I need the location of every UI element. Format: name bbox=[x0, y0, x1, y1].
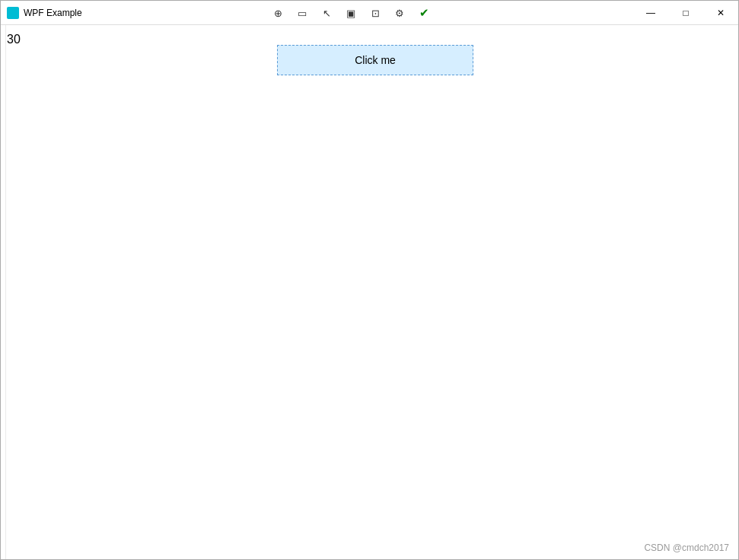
toolbar-btn-check[interactable]: ✔ bbox=[413, 2, 435, 24]
toolbar-btn-2[interactable]: ▭ bbox=[291, 2, 313, 24]
toolbar-btn-6[interactable]: ⚙ bbox=[389, 2, 410, 24]
main-window: WPF Example ⊕ ▭ ↖ ▣ ⊡ ⚙ ✔ — □ ✕ 30 Click… bbox=[0, 0, 739, 560]
click-me-button[interactable]: Click me bbox=[277, 45, 473, 75]
minimize-button[interactable]: — bbox=[633, 1, 668, 25]
window-controls: — □ ✕ bbox=[633, 1, 738, 25]
title-bar: WPF Example ⊕ ▭ ↖ ▣ ⊡ ⚙ ✔ — □ ✕ bbox=[1, 1, 738, 25]
window-icon bbox=[7, 7, 19, 19]
counter-label: 30 bbox=[7, 33, 21, 46]
toolbar-btn-5[interactable]: ⊡ bbox=[365, 2, 386, 24]
title-bar-left: WPF Example bbox=[7, 7, 82, 19]
toolbar: ⊕ ▭ ↖ ▣ ⊡ ⚙ ✔ bbox=[267, 1, 435, 25]
close-button[interactable]: ✕ bbox=[703, 1, 738, 25]
vertical-line bbox=[5, 25, 6, 559]
toolbar-btn-3[interactable]: ↖ bbox=[316, 2, 337, 24]
maximize-button[interactable]: □ bbox=[668, 1, 703, 25]
content-area: 30 Click me CSDN @cmdch2017 bbox=[1, 25, 738, 559]
watermark: CSDN @cmdch2017 bbox=[644, 542, 729, 553]
window-title: WPF Example bbox=[24, 8, 82, 18]
toolbar-btn-4[interactable]: ▣ bbox=[340, 2, 362, 24]
toolbar-btn-1[interactable]: ⊕ bbox=[267, 2, 288, 24]
